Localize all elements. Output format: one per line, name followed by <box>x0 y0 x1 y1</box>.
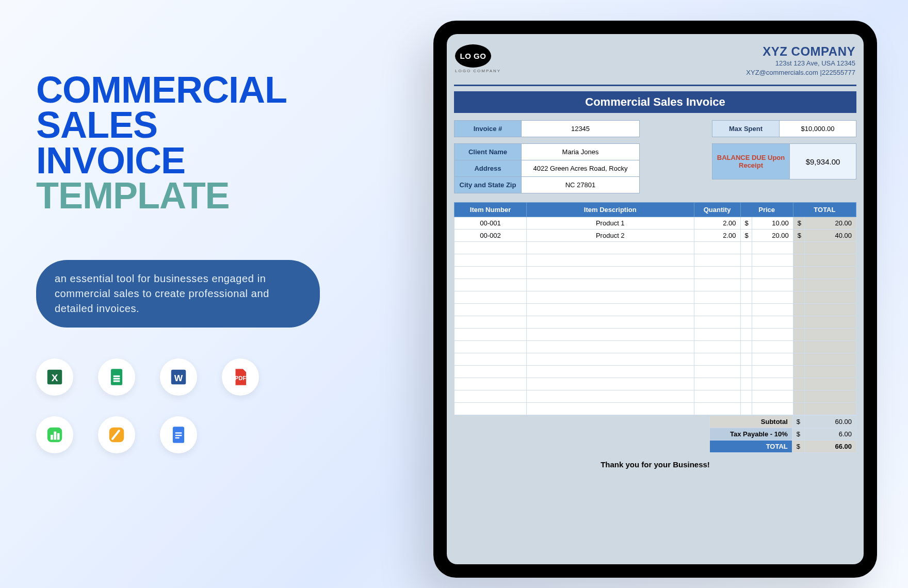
invoice-header: LO GO LOGO COMPANY XYZ COMPANY 123st 123… <box>454 41 856 83</box>
info-right: Max Spent $10,000.00 BALANCE DUE Upon Re… <box>712 120 856 193</box>
total-currency: $ <box>792 440 804 453</box>
thanks-text: Thank you for your Business! <box>454 460 856 469</box>
cell-qty: 2.00 <box>694 217 740 230</box>
max-spent-value: $10,000.00 <box>780 121 856 137</box>
company-name: XYZ COMPANY <box>746 44 855 59</box>
apple-numbers-icon[interactable] <box>36 416 73 453</box>
subtotal-value: 60.00 <box>805 416 856 428</box>
headline-line-1: COMMERCIAL <box>36 72 325 107</box>
logo-icon: LO GO <box>455 44 491 68</box>
subtotal-row: Subtotal $ 60.00 <box>454 416 856 428</box>
total-label: TOTAL <box>709 440 792 453</box>
cell-item-desc: Product 1 <box>527 217 694 230</box>
address-label: Address <box>455 160 522 176</box>
city-state-zip-label: City and State Zip <box>455 177 522 193</box>
table-row <box>455 353 856 366</box>
table-row <box>455 242 856 254</box>
balance-due-label: BALANCE DUE Upon Receipt <box>712 144 790 179</box>
logo-block: LO GO LOGO COMPANY <box>455 44 501 73</box>
col-total: TOTAL <box>793 203 856 217</box>
table-row <box>455 378 856 390</box>
table-row <box>455 316 856 329</box>
table-row <box>455 366 856 378</box>
address-value: 4022 Green Acres Road, Rocky <box>522 160 639 176</box>
tax-currency: $ <box>792 428 804 440</box>
table-row <box>455 403 856 415</box>
col-price: Price <box>740 203 793 217</box>
city-state-zip-value: NC 27801 <box>522 177 639 193</box>
summary-table: Subtotal $ 60.00 Tax Payable - 10% $ 6.0… <box>454 415 856 453</box>
cell-item-no: 00-002 <box>455 230 527 242</box>
google-docs-icon[interactable] <box>160 416 197 453</box>
invoice-title: Commercial Sales Invoice <box>454 91 856 113</box>
client-name-label: Client Name <box>455 144 522 160</box>
cell-price: 20.00 <box>752 230 793 242</box>
svg-text:PDF: PDF <box>235 375 246 381</box>
total-row: TOTAL $ 66.00 <box>454 440 856 453</box>
max-spent-row: Max Spent $10,000.00 <box>712 120 856 137</box>
cell-total: 40.00 <box>805 230 856 242</box>
format-icons: X W PDF <box>36 358 325 453</box>
balance-due-row: BALANCE DUE Upon Receipt $9,934.00 <box>712 143 856 179</box>
svg-rect-17 <box>175 437 180 438</box>
cell-price: 10.00 <box>752 217 793 230</box>
svg-rect-15 <box>175 432 182 433</box>
svg-text:W: W <box>174 372 183 383</box>
balance-due-value: $9,934.00 <box>790 144 856 179</box>
col-quantity: Quantity <box>694 203 740 217</box>
items-table-body: 00-001Product 12.00$10.00$20.0000-002Pro… <box>455 217 856 415</box>
subtotal-label: Subtotal <box>709 416 792 428</box>
table-row <box>455 329 856 341</box>
cell-qty: 2.00 <box>694 230 740 242</box>
cell-item-desc: Product 2 <box>527 230 694 242</box>
svg-rect-5 <box>113 380 120 382</box>
table-row <box>455 304 856 316</box>
cell-total-cur: $ <box>793 217 804 230</box>
cell-total-cur: $ <box>793 230 804 242</box>
apple-pages-icon[interactable] <box>98 416 135 453</box>
table-row <box>455 254 856 267</box>
city-state-zip-row: City and State Zip NC 27801 <box>454 176 640 193</box>
invoice-sheet: LO GO LOGO COMPANY XYZ COMPANY 123st 123… <box>454 41 856 469</box>
max-spent-label: Max Spent <box>712 121 780 137</box>
address-row: Address 4022 Green Acres Road, Rocky <box>454 160 640 177</box>
word-icon[interactable]: W <box>160 358 197 396</box>
svg-text:X: X <box>52 372 58 383</box>
items-table-head: Item Number Item Description Quantity Pr… <box>455 203 856 217</box>
invoice-number-label: Invoice # <box>455 121 522 137</box>
headline: COMMERCIAL SALES INVOICE TEMPLATE <box>36 72 325 214</box>
info-left: Invoice # 12345 Client Name Maria Jones … <box>454 120 640 193</box>
svg-rect-11 <box>54 431 56 439</box>
table-row <box>455 390 856 403</box>
items-table: Item Number Item Description Quantity Pr… <box>454 202 856 415</box>
pdf-icon[interactable]: PDF <box>222 358 259 396</box>
invoice-number-value: 12345 <box>522 121 639 137</box>
svg-rect-10 <box>51 435 53 440</box>
header-rule <box>454 85 856 86</box>
headline-line-2: SALES <box>36 107 325 142</box>
table-row <box>455 291 856 304</box>
tablet-screen: LO GO LOGO COMPANY XYZ COMPANY 123st 123… <box>447 34 864 564</box>
left-panel: COMMERCIAL SALES INVOICE TEMPLATE an ess… <box>36 72 325 453</box>
svg-rect-3 <box>113 375 120 377</box>
cell-price-cur: $ <box>740 230 752 242</box>
subtotal-currency: $ <box>792 416 804 428</box>
table-row <box>455 279 856 291</box>
logo-subtext: LOGO COMPANY <box>455 69 501 73</box>
excel-icon[interactable]: X <box>36 358 73 396</box>
col-item-description: Item Description <box>527 203 694 217</box>
client-name-value: Maria Jones <box>522 144 639 160</box>
tax-value: 6.00 <box>805 428 856 440</box>
tax-label: Tax Payable - 10% <box>709 428 792 440</box>
company-block: XYZ COMPANY 123st 123 Ave, USA 12345 XYZ… <box>746 44 855 77</box>
info-row: Invoice # 12345 Client Name Maria Jones … <box>454 120 856 193</box>
google-sheets-icon[interactable] <box>98 358 135 396</box>
company-contact: XYZ@commercials.com |222555777 <box>746 68 855 77</box>
svg-rect-4 <box>113 378 120 379</box>
invoice-number-row: Invoice # 12345 <box>454 120 640 137</box>
tablet-frame: LO GO LOGO COMPANY XYZ COMPANY 123st 123… <box>433 21 877 578</box>
headline-line-4: TEMPLATE <box>36 178 325 213</box>
cell-price-cur: $ <box>740 217 752 230</box>
table-row <box>455 341 856 353</box>
cell-item-no: 00-001 <box>455 217 527 230</box>
